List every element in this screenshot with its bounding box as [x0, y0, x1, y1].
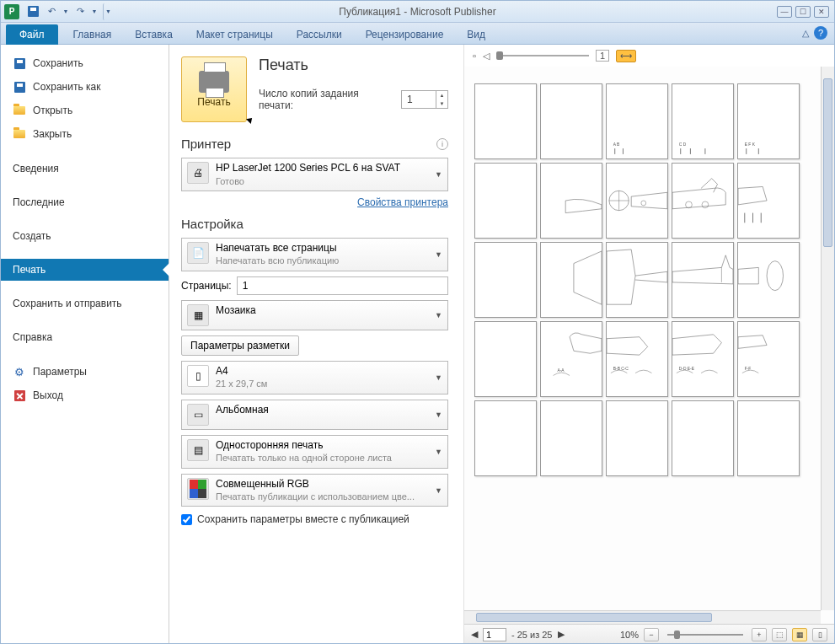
print-heading: Печать	[259, 56, 448, 74]
sidebar-item-save[interactable]: Сохранить	[1, 51, 169, 75]
printer-section-heading: Принтер	[181, 137, 231, 151]
pagerange-dropdown[interactable]: 📄 Напечатать все страницы Напечатать всю…	[181, 238, 448, 271]
tab-insert[interactable]: Вставка	[123, 25, 185, 44]
zoom-slider[interactable]	[667, 634, 743, 636]
zoom-thumb[interactable]	[674, 631, 680, 639]
view-multi-button[interactable]: ▦	[792, 628, 807, 641]
sidebar-item-recent[interactable]: Последние	[1, 191, 169, 213]
ruler-toggle[interactable]: ⟷	[616, 50, 636, 62]
save-settings-checkbox[interactable]: Сохранить параметры вместе с публикацией	[181, 513, 448, 525]
preview-tile: B-B C-C	[606, 321, 668, 397]
slider-thumb[interactable]	[496, 51, 503, 60]
close-window-button[interactable]: ✕	[814, 6, 829, 18]
svg-text:E F K: E F K	[745, 142, 756, 147]
paper-icon: ▯	[187, 365, 209, 387]
color-dropdown[interactable]: Совмещенный RGB Печатать публикации с ис…	[181, 474, 448, 507]
svg-text:A-A: A-A	[557, 368, 565, 373]
duplex-sub: Печатать только на одной стороне листа	[216, 452, 392, 464]
spinner-down-icon[interactable]: ▼	[436, 99, 447, 108]
save-qat-button[interactable]	[24, 3, 41, 20]
tab-review[interactable]: Рецензирование	[354, 25, 456, 44]
sidebar-item-options[interactable]: ⚙Параметры	[1, 360, 169, 384]
preview-canvas[interactable]: A B C D E F K A-A B-B C-C	[464, 67, 834, 624]
tab-pagelayout[interactable]: Макет страницы	[185, 25, 285, 44]
sidebar-item-close[interactable]: Закрыть	[1, 122, 169, 146]
page-number-input[interactable]	[483, 628, 506, 641]
sidebar-item-info[interactable]: Сведения	[1, 158, 169, 180]
horizontal-scrollbar[interactable]	[464, 610, 821, 624]
redo-dropdown[interactable]: ▼	[90, 3, 99, 20]
preview-tiles: A B C D E F K A-A B-B C-C	[474, 83, 821, 476]
page-slider[interactable]	[496, 55, 589, 56]
papersize-dropdown[interactable]: ▯ A4 21 x 29,7 см ▼	[181, 361, 448, 394]
sidebar-item-saveandsend[interactable]: Сохранить и отправить	[1, 292, 169, 314]
sidebar-item-help[interactable]: Справка	[1, 326, 169, 348]
print-button[interactable]: Печать	[181, 56, 247, 122]
scrollbar-thumb[interactable]	[823, 78, 832, 247]
printer-device-icon: 🖨	[187, 162, 209, 184]
backstage-sidebar: Сохранить Сохранить как Открыть Закрыть …	[1, 45, 169, 644]
page-nav-icon[interactable]: ▫	[473, 51, 476, 61]
cursor-icon	[246, 115, 254, 124]
pages-label: Страницы:	[181, 280, 232, 292]
spinner-up-icon[interactable]: ▲	[436, 91, 447, 99]
sidebar-item-exit[interactable]: Выход	[1, 384, 169, 407]
fit-page-button[interactable]: ⬚	[772, 628, 787, 641]
mosaic-label: Мозаика	[216, 304, 256, 318]
collapse-ribbon-icon[interactable]: △	[802, 28, 809, 39]
redo-button[interactable]: ↷	[72, 3, 88, 20]
pages-input[interactable]	[237, 276, 448, 295]
sidebar-item-print[interactable]: Печать	[1, 259, 169, 281]
duplex-title: Односторонняя печать	[216, 439, 392, 453]
layout-dropdown[interactable]: ▦ Мозаика ▼	[181, 300, 448, 330]
svg-text:A B: A B	[613, 142, 620, 147]
sidebar-item-new[interactable]: Создать	[1, 225, 169, 247]
printer-dropdown[interactable]: 🖨 HP LaserJet 1200 Series PCL 6 на SVAT …	[181, 158, 448, 191]
maximize-button[interactable]: ☐	[795, 6, 811, 18]
orientation-dropdown[interactable]: ▭ Альбомная ▼	[181, 400, 448, 430]
page-next-icon[interactable]: ▶	[558, 629, 565, 640]
svg-text:B-B C-C: B-B C-C	[613, 367, 629, 371]
zoom-label: 10%	[620, 630, 639, 640]
scrollbar-thumb[interactable]	[476, 613, 712, 622]
tab-mailings[interactable]: Рассылки	[285, 25, 354, 44]
undo-dropdown[interactable]: ▼	[62, 3, 70, 20]
info-icon[interactable]: i	[436, 138, 448, 150]
tab-home[interactable]: Главная	[62, 25, 124, 44]
view-single-button[interactable]: ▯	[812, 628, 827, 641]
qat-customize[interactable]: ▼	[103, 3, 113, 20]
sidebar-label: Сведения	[13, 163, 59, 174]
zoom-in-button[interactable]: +	[752, 628, 767, 641]
copies-spinner[interactable]: 1 ▲▼	[401, 90, 448, 109]
tab-file[interactable]: Файл	[6, 24, 58, 45]
svg-point-13	[641, 201, 646, 206]
page-prev-icon[interactable]: ◀	[471, 629, 478, 640]
vertical-scrollbar[interactable]	[821, 67, 834, 610]
preview-tile	[474, 163, 537, 239]
preview-tile: A B	[606, 83, 668, 159]
page-range-label: - 25 из 25	[511, 630, 553, 640]
slider-prev-icon[interactable]: ◁	[483, 51, 490, 62]
allpages-sub: Напечатать всю публикацию	[216, 255, 339, 266]
titlebar: P ↶ ▼ ↷ ▼ ▼ Публикация1 - Microsoft Publ…	[1, 1, 834, 23]
undo-button[interactable]: ↶	[43, 3, 60, 20]
chevron-down-icon: ▼	[435, 250, 442, 259]
sidebar-label: Выход	[33, 389, 63, 401]
sidebar-item-saveas[interactable]: Сохранить как	[1, 75, 169, 99]
preview-tile: F-F	[737, 321, 800, 397]
sidebar-label: Печать	[13, 264, 45, 276]
help-icon[interactable]: ?	[814, 26, 827, 40]
zoom-out-button[interactable]: −	[644, 628, 659, 641]
chevron-down-icon: ▼	[435, 486, 442, 495]
app-icon[interactable]: P	[4, 4, 19, 19]
printer-properties-link[interactable]: Свойства принтера	[181, 196, 448, 208]
save-settings-input[interactable]	[181, 514, 192, 525]
sidebar-label: Сохранить и отправить	[13, 298, 122, 309]
preview-tile	[540, 400, 602, 476]
sidebar-item-open[interactable]: Открыть	[1, 99, 169, 122]
layout-params-button[interactable]: Параметры разметки	[181, 335, 299, 356]
duplex-dropdown[interactable]: ▤ Односторонняя печать Печатать только н…	[181, 435, 448, 469]
tab-view[interactable]: Вид	[455, 25, 497, 44]
minimize-button[interactable]: —	[777, 6, 792, 18]
quick-access-toolbar: P ↶ ▼ ↷ ▼ ▼	[1, 3, 113, 20]
